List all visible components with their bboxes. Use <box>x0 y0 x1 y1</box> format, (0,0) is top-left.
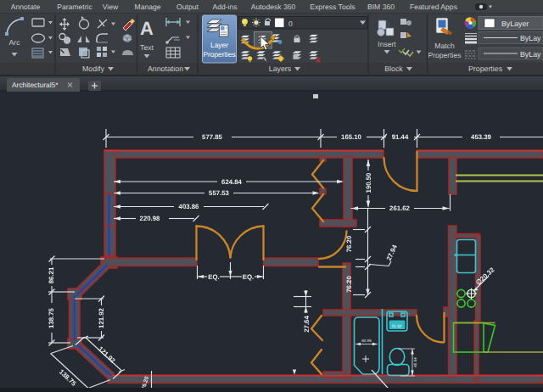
svg-text:Annotate: Annotate <box>11 3 41 11</box>
svg-text:Featured Apps: Featured Apps <box>410 3 457 11</box>
svg-text:91.44: 91.44 <box>392 133 409 141</box>
svg-text:Output: Output <box>176 3 199 11</box>
svg-text:220.98: 220.98 <box>140 215 161 222</box>
svg-text:453.39: 453.39 <box>471 133 492 141</box>
svg-text:0: 0 <box>288 20 293 28</box>
svg-text:76.20: 76.20 <box>345 235 353 252</box>
svg-text:624.84: 624.84 <box>221 178 243 186</box>
svg-text:Parametric: Parametric <box>57 3 92 11</box>
svg-text:Annotation: Annotation <box>148 64 183 73</box>
svg-text:Block: Block <box>384 64 403 73</box>
svg-text:Express Tools: Express Tools <box>310 3 355 11</box>
svg-text:ByLayer: ByLayer <box>501 20 529 28</box>
svg-text:121.92: 121.92 <box>98 307 105 328</box>
svg-text:190.50: 190.50 <box>365 172 372 193</box>
svg-text:Add-ins: Add-ins <box>212 3 237 11</box>
svg-text:Match: Match <box>434 42 455 50</box>
svg-text:165.10: 165.10 <box>341 133 362 141</box>
svg-text:ByLay: ByLay <box>520 34 541 42</box>
svg-text:138.75: 138.75 <box>48 307 55 328</box>
svg-text:Layer: Layer <box>210 41 228 49</box>
svg-text:EQ.: EQ. <box>208 273 219 281</box>
svg-text:577.85: 577.85 <box>202 133 223 141</box>
svg-text:261.62: 261.62 <box>389 204 411 212</box>
svg-text:Autodesk 360: Autodesk 360 <box>251 3 296 11</box>
svg-text:ByLay: ByLay <box>520 50 541 59</box>
svg-text:View: View <box>103 3 119 11</box>
svg-text:51.52: 51.52 <box>392 324 402 328</box>
svg-text:Text: Text <box>140 43 154 52</box>
svg-text:Properties: Properties <box>203 50 235 59</box>
svg-text:45.64: 45.64 <box>413 357 417 367</box>
svg-text:403.86: 403.86 <box>179 203 200 210</box>
svg-text:Properties: Properties <box>468 64 503 73</box>
svg-text:Arc: Arc <box>9 38 21 47</box>
svg-text:60.96: 60.96 <box>361 339 372 343</box>
svg-text:EQ.: EQ. <box>243 273 254 281</box>
svg-text:Manage: Manage <box>134 3 160 11</box>
svg-text:27.64: 27.64 <box>303 316 311 333</box>
svg-text:Insert: Insert <box>378 40 396 48</box>
svg-text:557.53: 557.53 <box>209 189 230 197</box>
svg-text:Layers: Layers <box>269 64 292 73</box>
svg-text:Properties: Properties <box>428 51 461 59</box>
svg-text:BIM 360: BIM 360 <box>367 3 395 11</box>
svg-text:A: A <box>140 18 154 39</box>
svg-text:Modify: Modify <box>82 64 105 73</box>
svg-text:Architectural5*: Architectural5* <box>12 81 59 89</box>
svg-text:86.21: 86.21 <box>48 266 55 283</box>
svg-text:76.20: 76.20 <box>345 276 353 293</box>
